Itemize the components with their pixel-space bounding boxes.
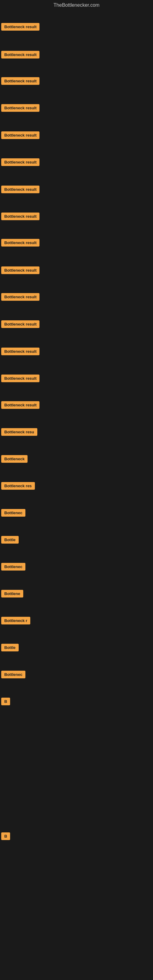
bottleneck-item-19[interactable]: Bottlenec xyxy=(1,509,26,518)
bottleneck-item-17[interactable]: Bottleneck xyxy=(1,455,27,464)
bottleneck-badge-10[interactable]: Bottleneck result xyxy=(1,266,40,274)
bottleneck-item-20[interactable]: Bottle xyxy=(1,536,19,545)
bottleneck-badge-20[interactable]: Bottle xyxy=(1,536,19,544)
bottleneck-badge-6[interactable]: Bottleneck result xyxy=(1,158,40,166)
bottleneck-badge-13[interactable]: Bottleneck result xyxy=(1,348,40,355)
items-container: Bottleneck resultBottleneck resultBottle… xyxy=(0,12,153,979)
bottleneck-badge-15[interactable]: Bottleneck result xyxy=(1,401,40,409)
bottleneck-item-25[interactable]: Bottlenec xyxy=(1,671,26,679)
bottleneck-badge-22[interactable]: Bottlene xyxy=(1,590,23,598)
bottleneck-badge-23[interactable]: Bottleneck r xyxy=(1,617,30,624)
bottleneck-item-26[interactable]: B xyxy=(1,698,10,706)
bottleneck-badge-7[interactable]: Bottleneck result xyxy=(1,186,40,193)
bottleneck-badge-1[interactable]: Bottleneck result xyxy=(1,23,40,30)
bottleneck-badge-25[interactable]: Bottlenec xyxy=(1,671,26,678)
bottleneck-item-14[interactable]: Bottleneck result xyxy=(1,375,40,383)
bottleneck-badge-12[interactable]: Bottleneck result xyxy=(1,320,40,328)
bottleneck-item-13[interactable]: Bottleneck result xyxy=(1,348,40,356)
bottleneck-badge-21[interactable]: Bottlenec xyxy=(1,563,26,571)
bottleneck-badge-3[interactable]: Bottleneck result xyxy=(1,77,40,85)
bottleneck-item-8[interactable]: Bottleneck result xyxy=(1,213,40,221)
bottleneck-item-11[interactable]: Bottleneck result xyxy=(1,293,40,302)
bottleneck-item-15[interactable]: Bottleneck result xyxy=(1,401,40,410)
bottleneck-item-31[interactable]: B xyxy=(1,832,10,841)
bottleneck-item-2[interactable]: Bottleneck result xyxy=(1,51,40,60)
bottleneck-item-4[interactable]: Bottleneck result xyxy=(1,104,40,113)
bottleneck-item-5[interactable]: Bottleneck result xyxy=(1,131,40,140)
bottleneck-badge-19[interactable]: Bottlenec xyxy=(1,509,26,517)
bottleneck-badge-5[interactable]: Bottleneck result xyxy=(1,131,40,139)
bottleneck-badge-18[interactable]: Bottleneck res xyxy=(1,482,35,490)
bottleneck-item-24[interactable]: Bottle xyxy=(1,644,19,652)
bottleneck-badge-8[interactable]: Bottleneck result xyxy=(1,213,40,220)
bottleneck-item-6[interactable]: Bottleneck result xyxy=(1,158,40,167)
bottleneck-item-1[interactable]: Bottleneck result xyxy=(1,23,40,32)
bottleneck-badge-4[interactable]: Bottleneck result xyxy=(1,104,40,112)
bottleneck-item-18[interactable]: Bottleneck res xyxy=(1,482,35,491)
bottleneck-item-12[interactable]: Bottleneck result xyxy=(1,320,40,329)
bottleneck-item-21[interactable]: Bottlenec xyxy=(1,563,26,572)
bottleneck-badge-16[interactable]: Bottleneck resu xyxy=(1,428,37,436)
bottleneck-badge-26[interactable]: B xyxy=(1,698,10,705)
bottleneck-badge-17[interactable]: Bottleneck xyxy=(1,455,27,463)
bottleneck-item-9[interactable]: Bottleneck result xyxy=(1,239,40,248)
bottleneck-badge-11[interactable]: Bottleneck result xyxy=(1,293,40,301)
bottleneck-badge-2[interactable]: Bottleneck result xyxy=(1,51,40,59)
bottleneck-item-22[interactable]: Bottlene xyxy=(1,590,23,599)
bottleneck-item-16[interactable]: Bottleneck resu xyxy=(1,428,37,437)
site-title: TheBottlenecker.com xyxy=(0,0,153,12)
bottleneck-badge-31[interactable]: B xyxy=(1,832,10,840)
bottleneck-item-23[interactable]: Bottleneck r xyxy=(1,617,30,626)
bottleneck-badge-14[interactable]: Bottleneck result xyxy=(1,375,40,382)
bottleneck-item-10[interactable]: Bottleneck result xyxy=(1,266,40,275)
bottleneck-item-3[interactable]: Bottleneck result xyxy=(1,77,40,86)
bottleneck-item-7[interactable]: Bottleneck result xyxy=(1,186,40,194)
bottleneck-badge-24[interactable]: Bottle xyxy=(1,644,19,651)
bottleneck-badge-9[interactable]: Bottleneck result xyxy=(1,239,40,247)
